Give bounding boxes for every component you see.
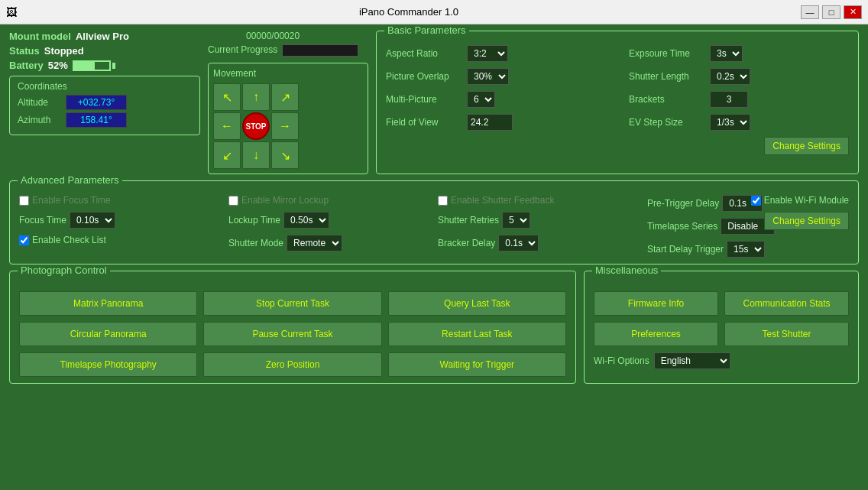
focus-time-val-label: Focus Time <box>19 215 66 226</box>
current-progress-label: Current Progress <box>208 44 277 55</box>
aspect-ratio-label: Aspect Ratio <box>386 48 462 59</box>
preferences-button[interactable]: Preferences <box>594 322 718 346</box>
shutter-retries-select[interactable]: 5123 <box>502 212 530 229</box>
miscellaneous-panel: Miscellaneous Firmware Info Communicatio… <box>584 271 859 384</box>
advanced-change-settings-button[interactable]: Change Settings <box>764 212 849 230</box>
picture-overlap-label: Picture Overlap <box>386 71 462 82</box>
title-bar-icon: 🖼 <box>6 6 17 18</box>
timelapse-label: Timelapse Series <box>647 221 717 232</box>
aspect-ratio-select[interactable]: 3:24:316:9 <box>467 45 508 62</box>
maximize-button[interactable]: □ <box>822 5 840 19</box>
wifi-module-checkbox[interactable] <box>751 196 761 206</box>
wifi-options-label: Wi-Fi Options <box>594 355 649 366</box>
status-value: Stopped <box>44 45 84 57</box>
fov-label: Field of View <box>386 117 462 128</box>
status-label: Status <box>9 45 40 57</box>
close-button[interactable]: ✕ <box>844 5 862 19</box>
query-last-task-button[interactable]: Query Last Task <box>388 291 566 316</box>
shutter-retries-label: Shutter Retries <box>438 215 499 226</box>
left-panel: Mount model Allview Pro Status Stopped B… <box>9 31 200 174</box>
multi-picture-select[interactable]: 6139 <box>467 91 495 108</box>
focus-time-check-label: Enable Focus Time <box>32 195 111 206</box>
brackets-label: Brackets <box>629 94 705 105</box>
lockup-time-select[interactable]: 0.50s1.00s2.00s <box>283 212 329 229</box>
minimize-button[interactable]: — <box>801 5 819 19</box>
shutter-mode-label: Shutter Mode <box>228 238 283 248</box>
bottom-section: Photograph Control Matrix Panorama Stop … <box>9 271 859 384</box>
misc-title: Miscellaneous <box>592 264 661 276</box>
progress-count: 00000/00020 <box>246 31 300 41</box>
stop-current-task-button[interactable]: Stop Current Task <box>203 291 381 316</box>
battery-bar <box>73 60 115 71</box>
stop-button[interactable]: STOP <box>242 112 270 140</box>
firmware-info-button[interactable]: Firmware Info <box>594 291 718 316</box>
shutter-feedback-label: Enable Shutter Feedback <box>451 195 554 206</box>
movement-grid: ↖ ↑ ↗ ← STOP → ↙ ↓ ↘ <box>213 83 363 169</box>
azimuth-label: Azimuth <box>18 115 60 125</box>
title-bar: 🖼 iPano Commander 1.0 — □ ✕ <box>0 0 868 24</box>
bracker-delay-select[interactable]: 0.1s0.2s0.5s <box>498 235 539 251</box>
mount-model-value: Allview Pro <box>76 31 129 42</box>
exposure-time-select[interactable]: 3s1s2s4s <box>710 45 743 62</box>
exposure-time-label: Expsoure Time <box>629 48 705 59</box>
shutter-length-label: Shutter Length <box>629 71 705 82</box>
timelapse-photography-button[interactable]: Timelapse Photography <box>19 352 197 377</box>
brackets-input[interactable] <box>710 91 748 108</box>
move-downleft-button[interactable]: ↙ <box>213 141 241 169</box>
battery-percent: 52% <box>48 60 68 71</box>
wifi-language-select[interactable]: EnglishDeutschFrançais <box>654 352 730 369</box>
coordinates-box: Coordinates Altitude +032.73° Azimuth 15… <box>9 76 200 135</box>
zero-position-button[interactable]: Zero Position <box>203 352 381 377</box>
azimuth-value: 158.41° <box>66 112 127 128</box>
checklist-label: Enable Check List <box>32 235 106 245</box>
move-up-button[interactable]: ↑ <box>242 83 270 111</box>
communication-stats-button[interactable]: Communication Stats <box>724 291 849 316</box>
photo-control-title: Photograph Control <box>18 264 110 276</box>
move-right-button[interactable]: → <box>271 112 299 140</box>
pause-current-task-button[interactable]: Pause Current Task <box>203 322 381 346</box>
focus-time-select[interactable]: 0.10s0.20s0.50s <box>70 212 115 229</box>
shutter-mode-select[interactable]: RemoteCableInternal <box>287 235 342 251</box>
move-upright-button[interactable]: ↗ <box>271 83 299 111</box>
shutter-feedback-checkbox[interactable] <box>438 196 448 206</box>
movement-title: Movement <box>213 68 363 79</box>
test-shutter-button[interactable]: Test Shutter <box>724 322 849 346</box>
focus-time-checkbox[interactable] <box>19 196 29 206</box>
altitude-label: Altitude <box>18 97 60 108</box>
fov-input[interactable] <box>467 114 513 131</box>
circular-panorama-button[interactable]: Circular Panorama <box>19 322 197 346</box>
picture-overlap-select[interactable]: 30%20%25%35% <box>467 68 509 85</box>
mirror-lockup-checkbox[interactable] <box>228 196 238 206</box>
altitude-value: +032.73° <box>66 95 127 110</box>
coordinates-title: Coordinates <box>18 81 192 92</box>
move-left-button[interactable]: ← <box>213 112 241 140</box>
progress-area: 00000/00020 Current Progress <box>208 31 368 57</box>
advanced-params-title: Advanced Parameters <box>18 174 122 186</box>
mount-model-label: Mount model <box>9 31 71 42</box>
mirror-lockup-label: Enable Mirror Lockup <box>241 195 329 206</box>
advanced-parameters-panel: Advanced Parameters Enable Focus Time Fo… <box>9 180 859 264</box>
pre-trigger-label: Pre-Trigger Delay <box>647 198 719 209</box>
restart-last-task-button[interactable]: Restart Last Task <box>388 322 566 346</box>
basic-parameters-panel: Basic Parameters Aspect Ratio 3:24:316:9… <box>376 31 859 174</box>
checklist-checkbox[interactable] <box>19 235 29 245</box>
progress-movement-panel: 00000/00020 Current Progress Movement ↖ … <box>208 31 368 174</box>
shutter-length-select[interactable]: 0.2s0.1s0.3s <box>710 68 750 85</box>
basic-params-title: Basic Parameters <box>384 24 469 36</box>
ev-step-select[interactable]: 1/3s1/2s1s <box>710 114 750 131</box>
lockup-time-label: Lockup Time <box>228 215 280 226</box>
bracker-delay-label: Bracker Delay <box>438 238 495 248</box>
start-delay-label: Start Delay Trigger <box>647 244 724 255</box>
waiting-for-trigger-button[interactable]: Waiting for Trigger <box>388 352 566 377</box>
wifi-module-label: Enable Wi-Fi Module <box>764 195 849 206</box>
move-upleft-button[interactable]: ↖ <box>213 83 241 111</box>
multi-picture-label: Multi-Picture <box>386 94 462 105</box>
move-downright-button[interactable]: ↘ <box>271 141 299 169</box>
move-down-button[interactable]: ↓ <box>242 141 270 169</box>
battery-label: Battery <box>9 60 44 71</box>
start-delay-select[interactable]: 15s5s10s30s <box>727 241 765 258</box>
main-content: Mount model Allview Pro Status Stopped B… <box>0 24 868 490</box>
basic-change-settings-button[interactable]: Change Settings <box>764 137 849 155</box>
ev-step-label: EV Step Size <box>629 117 705 128</box>
matrix-panorama-button[interactable]: Matrix Panorama <box>19 291 197 316</box>
